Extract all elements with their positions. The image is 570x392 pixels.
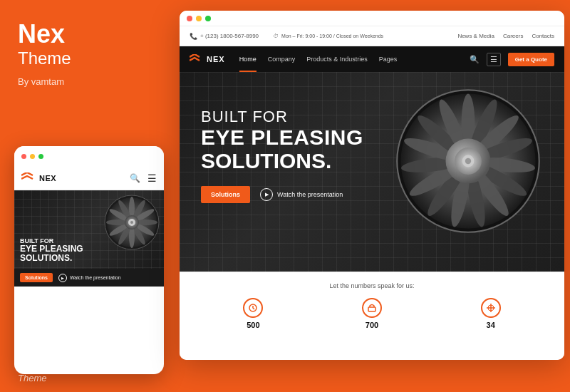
desktop-utility-bar: 📞 + (123) 1800-567-8990 ⏱ Mon – Fri: 9:0… [180,26,564,46]
desktop-hero: BUILT FOR EYE PLEASING SOLUTIONS. Soluti… [180,72,564,272]
desktop-nav-right: 🔍 ☰ Get a Quote [470,53,554,66]
desktop-turbine [393,86,543,236]
mobile-top-bar [14,146,164,166]
stat-value-3: 34 [487,321,495,329]
solutions-button[interactable]: Solutions [201,186,250,203]
desktop-dot-yellow [196,16,202,21]
footer-title: Let the numbers speak for us: [194,282,550,289]
mobile-menu-icon[interactable]: ☰ [147,172,157,184]
mobile-solutions-button[interactable]: Solutions [20,273,53,282]
mobile-bottom-area [14,287,164,358]
bottom-hint: Theme [18,373,46,383]
mobile-mockup: NEX 🔍 ☰ [14,146,164,374]
mobile-nav-icons: 🔍 ☰ [130,172,157,184]
svg-point-16 [130,221,133,224]
mobile-watch-button[interactable]: ▶ Watch the presentation [58,274,121,282]
play-icon: ▶ [260,188,273,201]
nav-home[interactable]: Home [239,56,256,63]
stat-value-2: 700 [366,321,378,329]
mobile-play-icon: ▶ [58,274,67,282]
mobile-footer-bar: Solutions ▶ Watch the presentation [14,269,164,287]
desktop-top-bar [180,11,564,26]
get-quote-button[interactable]: Get a Quote [508,53,554,66]
hero-solutions: SOLUTIONS. [201,149,363,173]
mobile-dot-yellow [30,154,35,159]
nav-products[interactable]: Products & Industries [306,56,368,63]
mobile-dot-red [21,154,26,159]
clock-icon: ⏱ [273,33,279,39]
stat-item-1: 500 [243,298,263,329]
mobile-turbine [103,194,160,251]
mobile-hero: BUILT FOR EYE PLEASING SOLUTIONS. [14,190,164,269]
hero-built-for: BUILT FOR [201,108,363,126]
svg-point-37 [465,158,471,164]
phone-icon: 📞 [190,33,197,40]
stat-item-3: 34 [481,298,501,329]
mobile-hero-text: BUILT FOR EYE PLEASING SOLUTIONS. [20,237,83,263]
careers-link[interactable]: Careers [503,33,523,39]
mobile-logo-icon [21,172,36,184]
desktop-dot-red [187,16,192,21]
footer-stats-row: 500 700 34 [194,298,550,329]
desktop-search-icon[interactable]: 🔍 [470,55,480,64]
watch-presentation-button[interactable]: ▶ Watch the presentation [260,188,343,201]
desktop-logo-text: NEX [207,55,225,63]
desktop-dot-green [205,16,211,21]
contacts-link[interactable]: Contacts [532,33,554,39]
hours-info: ⏱ Mon – Fri: 9:00 - 19:00 / Closed on We… [273,33,383,39]
mobile-search-icon[interactable]: 🔍 [130,173,140,183]
mobile-dot-green [38,154,43,159]
desktop-hero-content: BUILT FOR EYE PLEASING SOLUTIONS. Soluti… [201,108,363,203]
desktop-logo-icon [190,54,202,64]
desktop-footer-stats: Let the numbers speak for us: 500 700 34 [180,272,564,360]
brand-author: By vamtam [18,76,157,87]
hero-buttons: Solutions ▶ Watch the presentation [201,186,363,203]
svg-rect-39 [368,307,375,311]
desktop-cart-icon[interactable]: ☰ [487,53,501,66]
mobile-logo-text: NEX [39,174,56,182]
stat-icon-3 [481,298,501,318]
desktop-nav-logo: NEX [190,54,225,64]
news-media-link[interactable]: News & Media [457,33,494,39]
brand-name: Nex Theme [18,21,157,69]
mobile-logo-area: NEX [21,172,130,184]
mobile-eye-pleasing-text: EYE PLEASING SOLUTIONS. [20,244,83,263]
stat-item-2: 700 [362,298,382,329]
stat-icon-2 [362,298,382,318]
utility-nav-links: News & Media Careers Contacts [457,33,554,39]
hero-eye-pleasing: EYE PLEASING [201,126,363,149]
desktop-mockup: 📞 + (123) 1800-567-8990 ⏱ Mon – Fri: 9:0… [180,11,564,360]
nav-company[interactable]: Company [268,56,296,63]
desktop-nav: NEX Home Company Products & Industries P… [180,46,564,72]
mobile-nav: NEX 🔍 ☰ [14,166,164,190]
stat-value-1: 500 [247,321,259,329]
nav-pages[interactable]: Pages [379,56,398,63]
desktop-nav-links: Home Company Products & Industries Pages [239,56,455,63]
stat-icon-1 [243,298,263,318]
phone-info: 📞 + (123) 1800-567-8990 [190,33,259,40]
